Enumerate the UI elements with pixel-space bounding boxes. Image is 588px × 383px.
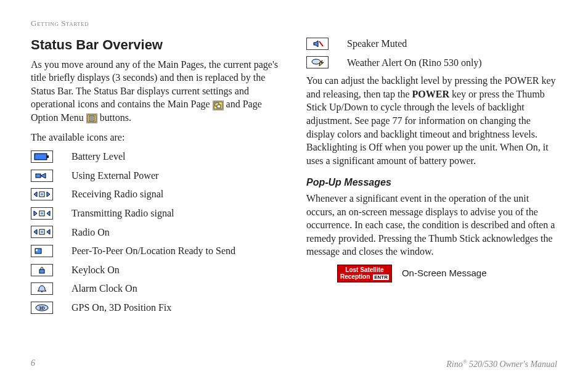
page-option-menu-icon: [86, 113, 97, 123]
registered-mark: ®: [463, 358, 467, 364]
page-footer: 6 Rino® 520/530 Owner's Manual: [31, 358, 557, 369]
msg-line2-wrap: Reception ENTR: [340, 273, 389, 281]
svg-point-13: [41, 193, 43, 196]
list-item: Battery Level: [31, 150, 282, 163]
msg-line1: Lost Satellite: [340, 266, 389, 274]
list-item: Peer-To-Peer On/Location Ready to Send: [31, 244, 282, 258]
svg-rect-11: [36, 174, 41, 178]
popup-body: Whenever a significant event in the oper…: [306, 192, 557, 258]
battery-level-icon: [31, 150, 53, 163]
manual-a: Rino: [446, 360, 462, 369]
external-power-icon: [31, 170, 53, 182]
content-columns: Status Bar Overview As you move around a…: [31, 33, 557, 315]
intro-paragraph: As you move around any of the Main Pages…: [31, 58, 282, 125]
list-item: Speaker Muted: [306, 37, 557, 51]
svg-point-17: [41, 231, 43, 233]
msg-line2: Reception: [340, 273, 370, 280]
icon-label: Radio On: [71, 226, 110, 239]
icon-label: Peer-To-Peer On/Location Ready to Send: [71, 244, 235, 258]
icon-label: Alarm Clock On: [71, 282, 137, 295]
svg-rect-9: [47, 155, 49, 158]
peer-to-peer-icon: [31, 245, 53, 257]
onscreen-message-row: Lost Satellite Reception ENTR On-Screen …: [337, 265, 557, 282]
icon-list-right: Speaker Muted Weather Alert On (Rino 530…: [306, 37, 557, 69]
svg-rect-10: [35, 154, 46, 159]
svg-point-21: [41, 291, 43, 292]
icon-label: Weather Alert On (Rino 530 only): [347, 56, 482, 70]
popup-heading: Pop-Up Messages: [306, 176, 557, 189]
entr-badge: ENTR: [373, 274, 389, 280]
svg-rect-20: [39, 270, 44, 273]
main-page-icon: [213, 101, 224, 110]
icon-label: Transmitting Radio signal: [71, 207, 174, 220]
transmitting-radio-icon: [31, 207, 53, 220]
right-column: Speaker Muted Weather Alert On (Rino 530…: [306, 33, 557, 315]
svg-rect-19: [36, 249, 38, 251]
icon-label: Keylock On: [71, 263, 120, 277]
icon-label: Receiving Radio signal: [71, 187, 163, 201]
svg-point-15: [41, 212, 43, 215]
weather-alert-icon: [306, 56, 329, 68]
svg-line-24: [319, 41, 323, 46]
icon-label: Battery Level: [71, 150, 126, 163]
speaker-muted-icon: [306, 38, 329, 50]
manual-title: Rino® 520/530 Owner's Manual: [446, 358, 557, 369]
gps-3d-icon: 3D: [31, 302, 53, 314]
icon-label: GPS On, 3D Position Fix: [71, 301, 171, 315]
list-item: Radio On: [31, 226, 282, 239]
svg-rect-2: [217, 105, 221, 108]
list-item: Weather Alert On (Rino 530 only): [306, 56, 557, 70]
svg-text:3D: 3D: [39, 306, 45, 310]
svg-point-25: [312, 59, 321, 64]
manual-b: 520/530 Owner's Manual: [467, 360, 558, 369]
list-item: Receiving Radio signal: [31, 187, 282, 201]
list-item: Alarm Clock On: [31, 282, 282, 295]
list-item: Keylock On: [31, 263, 282, 277]
left-column: Status Bar Overview As you move around a…: [31, 33, 282, 315]
alarm-clock-icon: [31, 282, 53, 295]
page-title: Status Bar Overview: [31, 36, 282, 54]
onscreen-message-label: On-Screen Message: [402, 267, 487, 279]
list-item: Transmitting Radio signal: [31, 207, 282, 220]
keylock-icon: [31, 264, 53, 276]
intro-text-c: buttons.: [100, 112, 131, 123]
lost-satellite-message-icon: Lost Satellite Reception ENTR: [337, 265, 392, 282]
available-icons-label: The available icons are:: [31, 131, 282, 144]
icon-label: Speaker Muted: [347, 37, 407, 51]
receiving-radio-icon: [31, 188, 53, 200]
power-bold: POWER: [412, 89, 449, 99]
icon-label: Using External Power: [71, 169, 158, 183]
section-header: Getting Started: [31, 19, 557, 28]
icon-list-left: Battery Level Using External Power Recei…: [31, 150, 282, 314]
backlight-paragraph: You can adjust the backlight level by pr…: [306, 74, 557, 167]
page-number: 6: [31, 358, 35, 369]
list-item: Using External Power: [31, 169, 282, 183]
list-item: 3D GPS On, 3D Position Fix: [31, 301, 282, 315]
backlight-text-b: key or press the Thumb Stick Up/Down to …: [306, 89, 549, 166]
radio-on-icon: [31, 226, 53, 238]
